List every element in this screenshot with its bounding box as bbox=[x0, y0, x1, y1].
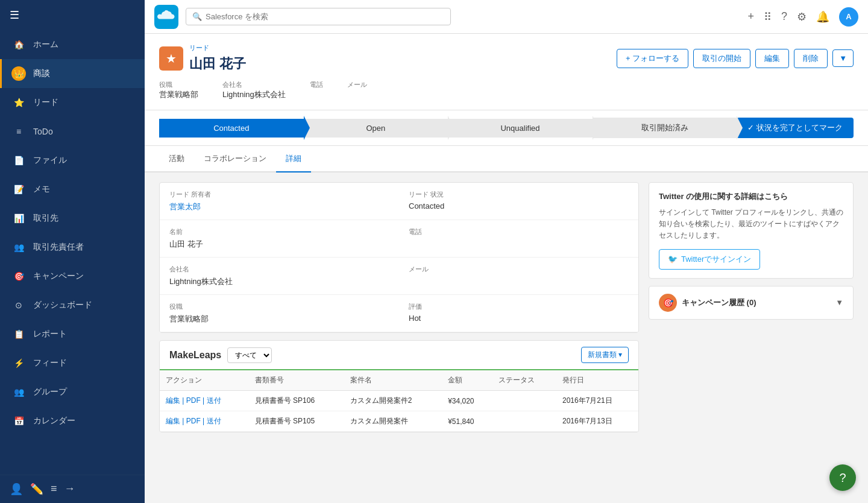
add-icon[interactable]: + bbox=[747, 10, 754, 23]
help-fab-icon: ? bbox=[839, 471, 846, 485]
field-phone: 電話 ✏ bbox=[399, 220, 638, 258]
forward-icon[interactable]: → bbox=[64, 482, 75, 496]
phone-label: 電話 bbox=[310, 80, 323, 89]
search-bar[interactable]: 🔍 bbox=[186, 8, 451, 25]
record-title-block: リード 山田 花子 bbox=[189, 43, 246, 73]
tab-collaboration[interactable]: コラボレーション bbox=[194, 146, 276, 172]
makeleaps-filter[interactable]: すべて bbox=[227, 347, 272, 363]
sidebar-item-label: ダッシュボード bbox=[33, 300, 92, 311]
sidebar-item-todo[interactable]: ≡ ToDo bbox=[0, 117, 145, 146]
sidebar-item-calendar[interactable]: 📅 カレンダー bbox=[0, 407, 145, 435]
edit-icon[interactable]: ✏️ bbox=[30, 482, 43, 496]
delete-button[interactable]: 削除 bbox=[794, 49, 828, 68]
mark-complete-button[interactable]: ✓ 状況を完了としてマーク bbox=[737, 118, 854, 138]
row2-name: カスタム開発案件 bbox=[344, 411, 442, 432]
campaign-widget-header: 🎯 キャンペーン履歴 (0) ▼ bbox=[649, 286, 853, 319]
row1-number: 見積書番号 SP106 bbox=[249, 391, 344, 411]
top-nav: 🔍 + ⠿ ? ⚙ 🔔 A bbox=[145, 0, 868, 34]
help-icon[interactable]: ? bbox=[781, 10, 787, 23]
meta-phone: 電話 bbox=[310, 80, 323, 100]
sidebar-item-files[interactable]: 📄 ファイル bbox=[0, 146, 145, 175]
makeleaps-new-button[interactable]: 新規書類 ▾ bbox=[581, 347, 629, 363]
meta-email: メール bbox=[347, 80, 367, 100]
todo-icon: ≡ bbox=[11, 124, 26, 139]
stage-bar: Contacted Open Unqualified 取引開始済み ✓ 状況を完… bbox=[145, 110, 868, 146]
main-area: 🔍 + ⠿ ? ⚙ 🔔 A ★ リード 山田 花子 bbox=[145, 0, 868, 503]
table-row: 編集 | PDF | 送付 見積書番号 SP106 カスタム開発案件2 ¥34,… bbox=[160, 391, 638, 411]
position-label: 役職 bbox=[159, 80, 198, 89]
sidebar-item-campaigns[interactable]: 🎯 キャンペーン bbox=[0, 262, 145, 291]
row1-action: 編集 | PDF | 送付 bbox=[160, 391, 249, 411]
row2-action: 編集 | PDF | 送付 bbox=[160, 411, 249, 432]
stage-step-deal-started[interactable]: 取引開始済み bbox=[593, 118, 737, 138]
sidebar-item-dashboard[interactable]: ⊙ ダッシュボード bbox=[0, 291, 145, 320]
search-icon: 🔍 bbox=[192, 12, 202, 21]
meta-company: 会社名 Lightning株式会社 bbox=[222, 80, 286, 100]
sidebar-item-label: ホーム bbox=[33, 39, 58, 50]
sidebar-item-groups[interactable]: 👥 グループ bbox=[0, 378, 145, 407]
lead-owner-label: リード 所有者 bbox=[169, 190, 389, 199]
avatar[interactable]: A bbox=[839, 7, 858, 27]
twitter-widget-body: Twitter の使用に関する詳細はこちら サインインして Twitter プロ… bbox=[649, 183, 853, 278]
twitter-signin-button[interactable]: 🐦 Twitterでサインイン bbox=[659, 249, 760, 270]
sidebar-item-home[interactable]: 🏠 ホーム bbox=[0, 30, 145, 59]
company-label: 会社名 bbox=[222, 80, 286, 89]
sidebar-item-label: ファイル bbox=[33, 155, 67, 166]
tab-activity[interactable]: 活動 bbox=[159, 146, 194, 172]
files-icon: 📄 bbox=[11, 153, 26, 168]
phone-detail-label: 電話 bbox=[409, 227, 629, 236]
sidebar-item-label: キャンペーン bbox=[33, 271, 84, 282]
notifications-icon[interactable]: 🔔 bbox=[816, 10, 829, 24]
deal-button[interactable]: 取引の開始 bbox=[693, 49, 750, 68]
campaigns-icon: 🎯 bbox=[11, 269, 26, 283]
sidebar-item-label: リード bbox=[33, 97, 58, 108]
field-name: 名前 山田 花子 ✏ bbox=[160, 220, 399, 258]
record-title-row: ★ リード 山田 花子 + フォローする 取引の開始 編集 削除 ▼ bbox=[159, 43, 854, 73]
sidebar-item-feeds[interactable]: ⚡ フィード bbox=[0, 349, 145, 378]
edit-button[interactable]: 編集 bbox=[755, 49, 789, 68]
lead-status-label: リード 状況 bbox=[409, 190, 629, 199]
sidebar-item-deals[interactable]: 👑 商談 bbox=[0, 59, 145, 88]
accounts-icon: 📊 bbox=[11, 211, 26, 226]
follow-button[interactable]: + フォローする bbox=[617, 49, 688, 68]
help-fab-button[interactable]: ? bbox=[829, 464, 856, 491]
user-icon[interactable]: 👤 bbox=[10, 482, 23, 496]
contacts-icon: 👥 bbox=[11, 240, 26, 255]
more-actions-button[interactable]: ▼ bbox=[832, 49, 854, 67]
meta-position: 役職 営業戦略部 bbox=[159, 80, 198, 100]
rating-value: Hot bbox=[409, 314, 629, 323]
name-value: 山田 花子 bbox=[169, 239, 389, 250]
makeleaps-section: MakeLeaps すべて 新規書類 ▾ アクション 書類番号 案件名 bbox=[159, 340, 639, 432]
search-input[interactable] bbox=[206, 12, 444, 21]
memo-icon: 📝 bbox=[11, 182, 26, 197]
stage-step-open[interactable]: Open bbox=[304, 119, 448, 138]
sidebar-item-contacts[interactable]: 👥 取引先責任者 bbox=[0, 233, 145, 262]
row2-amount: ¥51,840 bbox=[442, 411, 492, 432]
sidebar-item-accounts[interactable]: 📊 取引先 bbox=[0, 204, 145, 233]
company-value: Lightning株式会社 bbox=[222, 89, 286, 100]
sidebar-item-label: カレンダー bbox=[33, 416, 75, 426]
sidebar-item-reports[interactable]: 📋 レポート bbox=[0, 320, 145, 349]
stage-step-unqualified[interactable]: Unqualified bbox=[448, 119, 593, 138]
row1-date: 2016年7月21日 bbox=[556, 391, 638, 411]
field-company: 会社名 Lightning株式会社 ✏ bbox=[160, 258, 399, 295]
campaign-chevron-icon[interactable]: ▼ bbox=[835, 298, 843, 307]
name-label: 名前 bbox=[169, 227, 389, 236]
position-detail-label: 役職 bbox=[169, 302, 389, 311]
detail-sidebar: Twitter の使用に関する詳細はこちら サインインして Twitter プロ… bbox=[649, 182, 854, 432]
lead-owner-value[interactable]: 営業太郎 bbox=[169, 201, 389, 212]
hamburger-button[interactable]: ☰ bbox=[0, 0, 145, 30]
record-icon: ★ bbox=[159, 46, 183, 71]
stage-step-contacted[interactable]: Contacted bbox=[159, 119, 304, 138]
tab-detail[interactable]: 詳細 bbox=[276, 146, 311, 172]
company-detail-label: 会社名 bbox=[169, 265, 389, 274]
apps-icon[interactable]: ⠿ bbox=[764, 10, 772, 24]
settings-icon[interactable]: ⚙ bbox=[797, 10, 807, 24]
notes-icon[interactable]: ≡ bbox=[51, 482, 57, 496]
sidebar-nav: 🏠 ホーム 👑 商談 ⭐ リード ≡ ToDo 📄 ファイル 📝 メモ 📊 取引… bbox=[0, 30, 145, 475]
sidebar-item-leads[interactable]: ⭐ リード bbox=[0, 88, 145, 117]
detail-main: リード 所有者 営業太郎 ✏ リード 状況 Contacted ✏ 名前 山田 … bbox=[159, 182, 639, 432]
sidebar-item-memo[interactable]: 📝 メモ bbox=[0, 175, 145, 204]
feeds-icon: ⚡ bbox=[11, 356, 26, 370]
field-position: 役職 営業戦略部 ✏ bbox=[160, 295, 399, 332]
